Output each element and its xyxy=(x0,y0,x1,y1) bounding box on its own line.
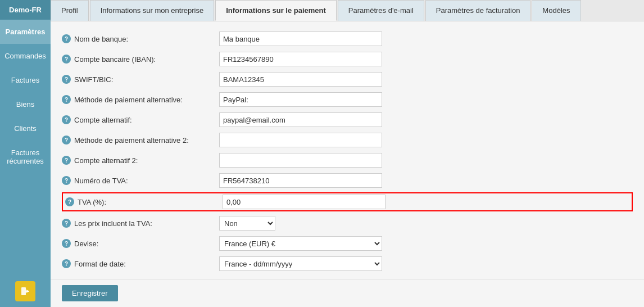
field-label-wrap: ? Les prix incluent la TVA: xyxy=(62,219,219,228)
field-row-methode-alt2: ? Méthode de paiement alternative 2: xyxy=(62,132,633,148)
help-icon[interactable]: ? xyxy=(62,176,71,185)
tab-facturation[interactable]: Paramètres de facturation xyxy=(425,0,531,21)
field-label: TVA (%): xyxy=(78,198,106,206)
field-label-wrap: ? Méthode de paiement alternative: xyxy=(62,95,219,104)
methode-alt2-input[interactable] xyxy=(219,133,382,147)
sidebar-item-label: Factures xyxy=(11,76,40,84)
compte-alt2-input[interactable] xyxy=(219,153,382,168)
field-label: Compte bancaire (IBAN): xyxy=(74,55,156,64)
field-label-wrap: ? Nom de banque: xyxy=(62,34,219,43)
field-label-wrap: ? SWIFT/BIC: xyxy=(62,75,219,84)
form-footer: Enregistrer xyxy=(51,279,644,307)
help-icon[interactable]: ? xyxy=(62,55,71,64)
sidebar-item-label: Clients xyxy=(14,124,37,133)
field-label: Les prix incluent la TVA: xyxy=(74,219,152,228)
logout-button[interactable] xyxy=(15,281,35,301)
field-label-wrap: ? Format de date: xyxy=(62,259,219,268)
help-icon[interactable]: ? xyxy=(62,95,71,104)
field-label-wrap: ? Compte alternatif 2: xyxy=(62,156,219,165)
help-icon[interactable]: ? xyxy=(65,197,74,206)
compte-alt-input[interactable] xyxy=(219,112,382,127)
save-button[interactable]: Enregistrer xyxy=(62,285,118,301)
field-row-tva-pct: ? TVA (%): xyxy=(62,192,633,211)
svg-rect-0 xyxy=(21,287,26,295)
field-label: Numéro de TVA: xyxy=(74,177,128,185)
tabs-bar: Profil Informations sur mon entreprise I… xyxy=(51,0,644,21)
tab-email[interactable]: Paramètres d'e-mail xyxy=(338,0,424,21)
sidebar-item-label: Factures récurrentes xyxy=(7,148,44,165)
tab-profil[interactable]: Profil xyxy=(51,0,89,21)
numero-tva-input[interactable] xyxy=(219,173,382,188)
field-label: Méthode de paiement alternative: xyxy=(74,96,183,104)
sidebar-item-parametres[interactable]: Paramètres xyxy=(0,20,51,44)
sidebar-item-label: Paramètres xyxy=(6,28,46,36)
field-label: Nom de banque: xyxy=(74,35,128,43)
field-row-prix-tva: ? Les prix incluent la TVA: Non Oui xyxy=(62,215,633,232)
sidebar-item-factures[interactable]: Factures xyxy=(0,68,51,92)
sidebar-app-title: Demo-FR xyxy=(0,0,51,20)
field-row-devise: ? Devise: France (EUR) € USD $ GBP £ xyxy=(62,235,633,252)
help-icon[interactable]: ? xyxy=(62,239,71,248)
sidebar-item-label: Commandes xyxy=(4,52,46,60)
sidebar-item-commandes[interactable]: Commandes xyxy=(0,44,51,68)
tab-modeles[interactable]: Modèles xyxy=(532,0,580,21)
field-row-compte-alt2: ? Compte alternatif 2: xyxy=(62,152,633,169)
field-label: Compte alternatif: xyxy=(74,116,132,124)
field-label-wrap: ? Compte alternatif: xyxy=(62,115,219,124)
nom-banque-input[interactable] xyxy=(219,31,382,46)
iban-input[interactable] xyxy=(219,52,382,66)
field-row-nom-banque: ? Nom de banque: xyxy=(62,30,633,47)
format-date-select[interactable]: France - dd/mm/yyyy USA - mm/dd/yyyy ISO… xyxy=(219,256,382,271)
help-icon[interactable]: ? xyxy=(62,136,71,145)
field-row-swift: ? SWIFT/BIC: xyxy=(62,71,633,88)
help-icon[interactable]: ? xyxy=(62,259,71,268)
help-icon[interactable]: ? xyxy=(62,115,71,124)
field-label: Compte alternatif 2: xyxy=(74,156,138,165)
help-icon[interactable]: ? xyxy=(62,219,71,228)
main-content: Profil Informations sur mon entreprise I… xyxy=(51,0,644,307)
field-label-wrap: ? Méthode de paiement alternative 2: xyxy=(62,136,219,145)
sidebar-item-factures-recurrentes[interactable]: Factures récurrentes xyxy=(0,141,51,173)
methode-alt-input[interactable] xyxy=(219,92,382,107)
tva-pct-input[interactable] xyxy=(223,195,386,209)
field-label-wrap: ? TVA (%): xyxy=(65,197,223,206)
tab-entreprise[interactable]: Informations sur mon entreprise xyxy=(90,0,215,21)
field-row-format-date: ? Format de date: France - dd/mm/yyyy US… xyxy=(62,255,633,272)
field-row-iban: ? Compte bancaire (IBAN): xyxy=(62,51,633,67)
sidebar-item-label: Biens xyxy=(16,100,35,109)
tab-paiement[interactable]: Informations sur le paiement xyxy=(215,0,337,21)
sidebar-bottom xyxy=(0,276,51,307)
field-label: Format de date: xyxy=(74,260,126,268)
field-label-wrap: ? Compte bancaire (IBAN): xyxy=(62,55,219,64)
sidebar-item-biens[interactable]: Biens xyxy=(0,92,51,116)
sidebar: Demo-FR Paramètres Commandes Factures Bi… xyxy=(0,0,51,307)
field-label-wrap: ? Numéro de TVA: xyxy=(62,176,219,185)
help-icon[interactable]: ? xyxy=(62,75,71,84)
field-row-compte-alt: ? Compte alternatif: xyxy=(62,111,633,128)
field-label-wrap: ? Devise: xyxy=(62,239,219,248)
help-icon[interactable]: ? xyxy=(62,34,71,43)
devise-select[interactable]: France (EUR) € USD $ GBP £ xyxy=(219,236,382,251)
sidebar-item-clients[interactable]: Clients xyxy=(0,116,51,141)
help-icon[interactable]: ? xyxy=(62,156,71,165)
prix-tva-select[interactable]: Non Oui xyxy=(219,216,275,231)
field-row-methode-alt: ? Méthode de paiement alternative: xyxy=(62,91,633,108)
field-label: SWIFT/BIC: xyxy=(74,75,113,84)
field-row-numero-tva: ? Numéro de TVA: xyxy=(62,172,633,189)
logout-icon xyxy=(20,286,31,297)
field-label: Méthode de paiement alternative 2: xyxy=(74,136,189,145)
form-area: ? Nom de banque: ? Compte bancaire (IBAN… xyxy=(51,21,644,279)
swift-input[interactable] xyxy=(219,72,382,87)
field-label: Devise: xyxy=(74,240,98,248)
